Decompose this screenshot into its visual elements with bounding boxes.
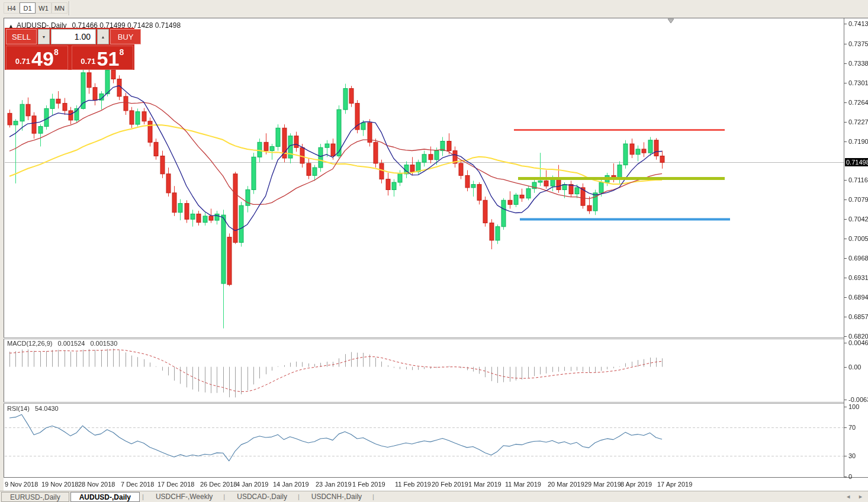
sell-price-prefix: 0.71 xyxy=(15,57,30,69)
volume-increase-button[interactable]: ▲ xyxy=(97,29,109,44)
tab-separator: | xyxy=(372,493,374,500)
buy-button[interactable]: BUY xyxy=(110,29,141,44)
sell-price-big-digits: 49 xyxy=(31,48,54,69)
rsi-indicator-label: RSI(14) 54.0430 xyxy=(7,405,62,412)
buy-price-pipette: 8 xyxy=(119,47,124,57)
chart-tab-usdcnh[interactable]: USDCNH-,Daily xyxy=(303,492,370,502)
panel-splitter-macd[interactable] xyxy=(4,337,844,339)
tab-separator: | xyxy=(142,493,144,500)
volume-decrease-button[interactable]: ▼ xyxy=(38,29,50,44)
buy-price-display[interactable]: 0.71 51 8 xyxy=(72,46,134,70)
chart-tab-usdcad[interactable]: USDCAD-,Daily xyxy=(229,492,295,502)
macd-signal-value: 0.001530 xyxy=(90,340,117,347)
sell-price-pipette: 8 xyxy=(54,47,59,57)
buy-price-prefix: 0.71 xyxy=(81,57,95,69)
volume-input[interactable] xyxy=(51,29,96,44)
rsi-name: RSI(14) xyxy=(7,405,30,412)
sell-price-display[interactable]: 0.71 49 8 xyxy=(6,46,68,70)
rsi-value: 54.0430 xyxy=(35,405,59,412)
tab-separator: | xyxy=(223,493,225,500)
chart-tab-eurusd[interactable]: EURUSD-,Daily xyxy=(1,492,69,502)
scroll-left-icon[interactable]: ◄ xyxy=(846,494,851,500)
sell-button[interactable]: SELL xyxy=(6,29,37,44)
price-axis-border xyxy=(844,18,844,477)
date-axis xyxy=(4,477,868,491)
buy-price-big-digits: 51 xyxy=(97,48,120,69)
chevron-down-icon: ▼ xyxy=(42,35,46,39)
tab-separator: | xyxy=(298,493,300,500)
chart-tab-usdchf[interactable]: USDCHF-,Weekly xyxy=(147,492,221,502)
scroll-right-icon[interactable]: ► xyxy=(858,494,863,500)
one-click-trading-panel: SELL ▼ ▲ BUY 0.71 49 8 0.71 51 8 xyxy=(5,28,134,70)
chevron-up-icon: ▲ xyxy=(101,35,105,39)
symbol-tab-bar: EURUSD-,DailyAUDUSD-,Daily|USDCHF-,Weekl… xyxy=(0,491,868,502)
price-chart-canvas[interactable] xyxy=(0,0,868,502)
panel-splitter-rsi[interactable] xyxy=(4,402,844,404)
macd-main-value: 0.001524 xyxy=(57,340,85,347)
chart-tab-audusd[interactable]: AUDUSD-,Daily xyxy=(70,492,140,502)
macd-indicator-label: MACD(12,26,9) 0.001524 0.001530 xyxy=(7,340,121,347)
macd-name: MACD(12,26,9) xyxy=(7,340,52,347)
